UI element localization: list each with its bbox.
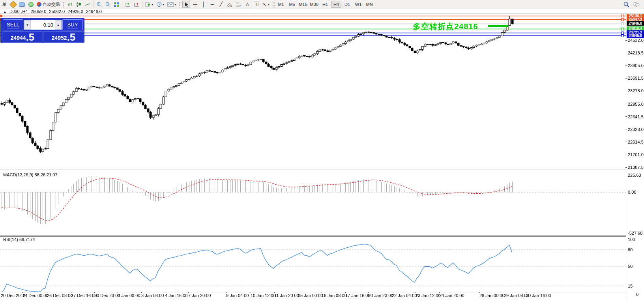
timeframe-button-mn[interactable]: MN [364,1,374,8]
volume-increase-button[interactable]: ▲ [55,20,62,30]
line-chart-button[interactable] [84,1,92,8]
tile-windows-button[interactable] [112,1,120,8]
mql5-button[interactable] [9,1,17,8]
price-line-label: 25047.2 [627,17,644,22]
volume-down-icon: ▼ [26,23,29,27]
zoom-out-button[interactable] [104,1,112,8]
time-axis-label: 9 Jan 04:00 [226,293,249,298]
signal-icon [28,2,34,7]
buy-button[interactable]: BUY [62,19,83,30]
macd-indicator-label: MACD(12,26,9) 88.26 21.07 [3,172,58,177]
timeframe-button-h1[interactable]: H1 [320,1,330,8]
search-icon [623,2,629,7]
svg-text:F: F [240,5,241,7]
rsi-zero-label: 0 [636,292,638,297]
time-tick-mark [322,292,322,293]
chat-button[interactable] [631,1,641,8]
templates-button[interactable]: ▾ [166,1,177,8]
indicators-caret-icon: ▾ [152,3,153,6]
timeframe-button-m1[interactable]: M1 [276,1,286,8]
new-order-button[interactable]: 单 [0,1,8,8]
ask-price-big: .5 [67,32,76,42]
time-tick-mark [274,292,275,293]
price-tick-label: 22014.5 [628,140,644,144]
search-button[interactable] [622,1,631,8]
time-tick-mark [368,292,369,293]
cursor-button[interactable] [182,1,190,8]
volume-input[interactable] [31,20,55,30]
price-axis-line [626,13,626,298]
crosshair-icon [193,2,198,7]
timeframe-button-d1[interactable]: D1 [342,1,352,8]
trendline-button[interactable]: ╱ [217,1,225,8]
one-click-trading-panel: SELL ▼ ▲ BUY 24944.5 24952.5 [1,18,84,43]
mql5-icon [9,1,17,8]
clock-icon [156,2,162,7]
text-tool-icon: A [246,2,249,7]
volume-decrease-button[interactable]: ▼ [24,20,31,30]
arrows-tool-button[interactable]: ▾ [261,1,271,8]
time-tick-mark [439,292,440,293]
auto-scroll-icon [125,2,131,7]
timeframe-button-h4[interactable]: H4 [331,1,341,8]
volume-up-icon: ▲ [57,23,60,27]
price-line-label: 24946.0 [627,21,644,26]
chart-canvas[interactable] [0,0,644,301]
crosshair-button[interactable] [191,1,199,8]
rsi-pane-separator[interactable] [0,235,626,237]
vertical-line-icon: │ [202,2,205,7]
zoom-in-icon [96,2,102,7]
signals-button[interactable] [27,1,35,8]
fibonacci-button[interactable]: F [234,1,243,8]
annotation-text[interactable]: 多空转折点24816 [413,21,478,32]
time-tick-mark [94,292,95,293]
ask-quote-button[interactable]: 24952.5 [43,31,84,43]
sell-button[interactable]: SELL [3,19,23,30]
time-axis-label: 20 Jan 23:00 [368,293,393,298]
time-axis-label: 17 Jan 16:00 [345,293,371,298]
label-tool-button[interactable]: T [252,1,260,8]
time-tick-mark [226,292,227,293]
vertical-line-button[interactable]: │ [200,1,208,8]
horizontal-line-button[interactable]: ─ [208,1,216,8]
annotation-line-segment[interactable] [488,25,508,27]
time-tick-mark [47,292,47,293]
zoom-in-button[interactable] [95,1,103,8]
toolbar-grip2[interactable] [178,1,181,7]
timeframe-button-m15[interactable]: M15 [298,1,308,8]
auto-scroll-button[interactable] [124,1,132,8]
sell-button-label: SELL [7,22,19,28]
time-tick-mark [188,292,189,293]
time-axis-label: 30 Jan 16:00 [526,293,551,298]
time-tick-mark [165,292,165,293]
timeframe-button-m30[interactable]: M30 [309,1,319,8]
macd-pane-separator[interactable] [0,170,626,171]
toolbar-grip[interactable] [62,1,65,7]
chart-shift-button[interactable] [133,1,140,8]
price-tick-label: 24532.0 [628,38,644,43]
time-axis-label: 26 Dec 08:00 [47,293,73,298]
candlestick-button[interactable] [75,1,83,8]
price-tick-label: 21387.5 [628,165,644,170]
svg-text:E: E [230,5,232,7]
time-axis-label: 29 Jan 08:00 [504,293,529,298]
time-tick-mark [345,292,346,293]
time-tick-mark [526,292,526,293]
time-axis-label: 24 Jan 20:00 [439,293,464,298]
autotrading-button[interactable]: 自动交易 [36,1,61,8]
price-tick-label: 24218.5 [628,50,644,55]
indicators-button[interactable]: ▾ [144,1,154,8]
buy-button-label: BUY [67,22,78,28]
channel-button[interactable]: E [226,1,234,8]
news-button[interactable] [18,1,26,8]
timeframe-button-m5[interactable]: M5 [287,1,297,8]
bid-quote-button[interactable]: 24944.5 [2,31,43,43]
bar-chart-button[interactable] [66,1,74,8]
chart-shift-icon [134,2,139,7]
time-tick-mark [22,292,23,293]
toolbar-grip3[interactable] [272,1,275,7]
text-tool-button[interactable]: A [243,1,251,8]
timeframe-button-w1[interactable]: W1 [353,1,363,8]
periods-button[interactable]: ▾ [155,1,165,8]
time-tick-mark [504,292,504,293]
